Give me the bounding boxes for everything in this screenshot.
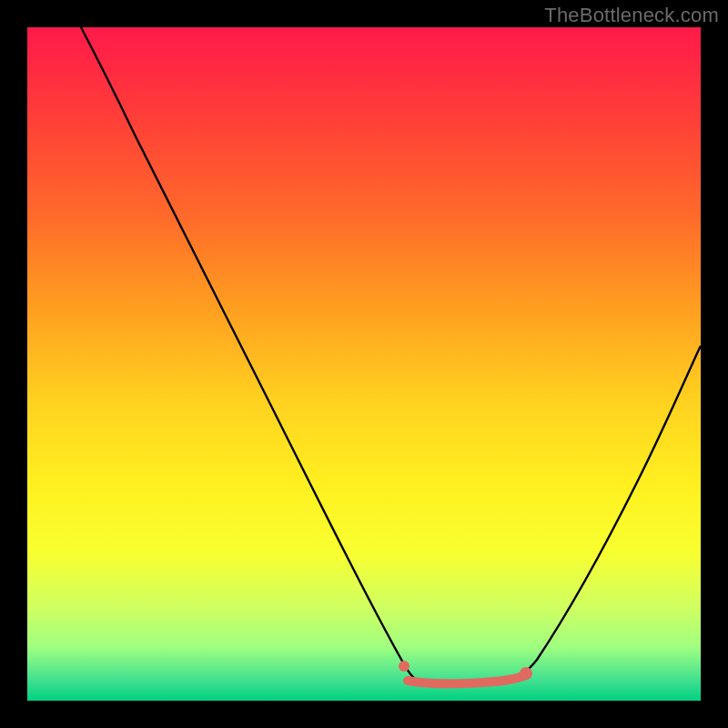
highlight-path — [408, 675, 526, 683]
highlight-start-dot — [399, 661, 410, 672]
plot-area — [27, 27, 701, 701]
watermark-text: TheBottleneck.com — [544, 4, 719, 27]
highlight-end-dot — [520, 667, 532, 680]
chart-frame: TheBottleneck.com — [0, 0, 728, 728]
curve-path — [81, 27, 701, 684]
chart-svg — [27, 27, 701, 701]
